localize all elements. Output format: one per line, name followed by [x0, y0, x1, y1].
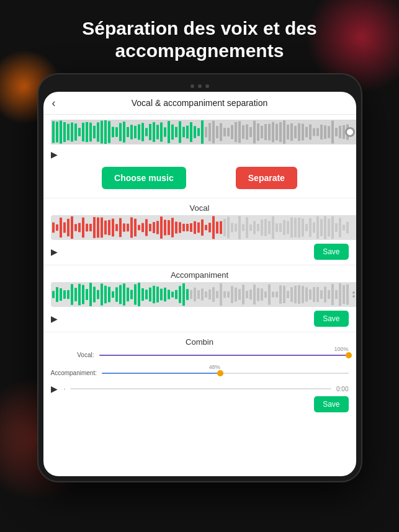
- divider-3: [43, 332, 356, 332]
- separate-button[interactable]: Separate: [236, 167, 297, 189]
- vocal-slider-label: Vocal:: [51, 352, 94, 358]
- vocal-slider-row: Vocal: 100%: [51, 350, 349, 360]
- accompaniment-slider-track[interactable]: 48%: [102, 373, 349, 374]
- combin-progress-bar[interactable]: [70, 388, 331, 389]
- accompaniment-section-label: Accompaniment: [43, 267, 356, 282]
- bottom-play-row: ▶ · 0:00: [43, 381, 356, 396]
- notch-dot-1: [191, 84, 194, 88]
- notch-dot-2: [198, 84, 202, 88]
- phone-screen: ‹ Vocal & accompaniment separation ▶ Cho…: [43, 92, 356, 476]
- accompaniment-slider-label: Accompaniment:: [51, 370, 97, 376]
- accompaniment-slider-thumb[interactable]: [217, 370, 223, 376]
- combin-save-button[interactable]: Save: [314, 396, 348, 412]
- accompaniment-save-button[interactable]: Save: [314, 311, 348, 327]
- vocal-slider-track[interactable]: 100%: [99, 355, 349, 356]
- vocal-controls-row: ▶ Save: [43, 242, 356, 264]
- page-title: Séparation des voix et des accompagnemen…: [0, 0, 399, 74]
- main-waveform-section: [43, 115, 356, 147]
- accompaniment-slider-fill: [102, 373, 220, 374]
- topbar-title: Vocal & accompaniment separation: [132, 98, 267, 108]
- vocal-slider-percent: 100%: [334, 346, 348, 352]
- vocal-slider-thumb[interactable]: [346, 352, 352, 358]
- combin-section-label: Combin: [43, 334, 356, 348]
- action-buttons-row: Choose music Separate: [43, 162, 356, 197]
- accompaniment-controls-row: ▶ Save: [43, 309, 356, 330]
- accompaniment-slider-percent: 48%: [209, 364, 220, 370]
- combin-play-button[interactable]: ▶: [51, 384, 58, 394]
- combin-time-display: 0:00: [336, 386, 348, 392]
- main-waveform-canvas: [51, 120, 356, 144]
- accompaniment-slider-row: Accompaniment: 48%: [51, 368, 349, 378]
- combin-dot: ·: [64, 386, 66, 392]
- app-topbar: ‹ Vocal & accompaniment separation: [43, 92, 356, 115]
- phone-frame: ‹ Vocal & accompaniment separation ▶ Cho…: [38, 74, 361, 481]
- vocal-waveform-canvas: [51, 215, 356, 240]
- back-button[interactable]: ‹: [52, 97, 56, 110]
- phone-notch: [43, 79, 356, 92]
- choose-music-button[interactable]: Choose music: [102, 167, 186, 189]
- notch-dot-3: [205, 84, 209, 88]
- main-play-button[interactable]: ▶: [51, 149, 58, 159]
- slider-section: Vocal: 100% Accompaniment: 48%: [43, 348, 356, 381]
- vocal-save-button[interactable]: Save: [314, 244, 348, 260]
- accompaniment-waveform-canvas: [51, 282, 356, 307]
- divider-2: [43, 265, 356, 265]
- vocal-section-label: Vocal: [43, 200, 356, 215]
- vocal-play-button[interactable]: ▶: [51, 247, 58, 257]
- combin-save-row: Save: [43, 396, 356, 417]
- main-play-row: ▶: [43, 147, 356, 162]
- divider-1: [43, 198, 356, 198]
- accompaniment-play-button[interactable]: ▶: [51, 314, 58, 324]
- vocal-slider-fill: [99, 355, 349, 356]
